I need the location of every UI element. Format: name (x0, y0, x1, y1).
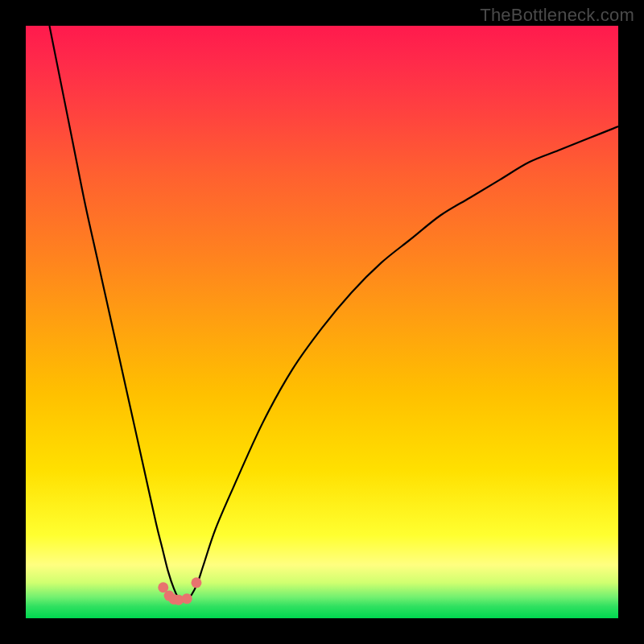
chart-frame: TheBottleneck.com (0, 0, 644, 644)
trough-marker (191, 577, 201, 588)
watermark-text: TheBottleneck.com (480, 5, 634, 26)
trough-marker (182, 593, 192, 604)
curve-layer (26, 26, 618, 618)
plot-area (26, 26, 618, 618)
trough-markers (158, 577, 201, 605)
bottleneck-curve (49, 26, 618, 601)
